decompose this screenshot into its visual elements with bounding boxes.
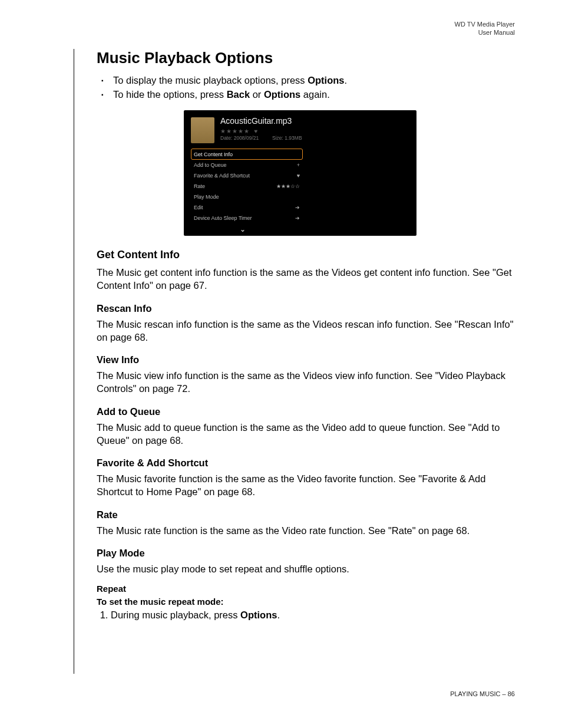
heading-add-to-queue: Add to Queue: [97, 406, 515, 417]
rating-stars: ★★★★★ ♥: [220, 128, 259, 134]
menu-item-sleep-timer[interactable]: Device Auto Sleep Timer ➔: [191, 213, 303, 223]
heading-rate: Rate: [97, 509, 515, 521]
arrow-right-icon: ➔: [295, 205, 300, 210]
intro-bullets: To display the music playback options, p…: [97, 73, 515, 103]
heading-rescan-info: Rescan Info: [97, 303, 515, 314]
body-view-info: The Music view info function is the same…: [97, 369, 515, 396]
page-footer: PLAYING MUSIC – 86: [450, 690, 515, 697]
header-line-1: WD TV Media Player: [47, 20, 515, 28]
page-title: Music Playback Options: [97, 49, 515, 67]
page-header: WD TV Media Player User Manual: [47, 18, 515, 37]
bullet-1: To display the music playback options, p…: [97, 73, 515, 88]
heading-favorite: Favorite & Add Shortcut: [97, 457, 515, 469]
footer-page-number: 86: [508, 690, 515, 697]
bullet-2: To hide the options, press Back or Optio…: [97, 87, 515, 102]
options-menu-screenshot: AcousticGuitar.mp3 ★★★★★ ♥ Date: 2008/09…: [184, 110, 416, 236]
header-line-2: User Manual: [47, 28, 515, 37]
menu-item-edit[interactable]: Edit ➔: [191, 202, 303, 213]
heading-get-content-info: Get Content Info: [97, 249, 515, 261]
repeat-subtitle: To set the music repeat mode:: [97, 596, 515, 608]
body-play-mode: Use the music play mode to set repeat an…: [97, 562, 515, 575]
body-get-content-info: The Music get content info function is t…: [97, 266, 515, 292]
body-favorite: The Music favorite function is the same …: [97, 472, 515, 499]
body-add-to-queue: The Music add to queue function is the s…: [97, 421, 515, 447]
arrow-right-icon: ➔: [295, 215, 300, 221]
file-size: Size: 1.93MB: [272, 135, 302, 141]
chevron-down-icon: ⌄: [240, 225, 246, 233]
plus-icon: +: [297, 162, 300, 168]
stars-icon: ★★★☆☆: [276, 183, 300, 189]
menu-item-play-mode[interactable]: Play Mode: [191, 192, 303, 202]
body-rate: The Music rate function is the same as t…: [97, 524, 515, 537]
file-date: Date: 2008/09/21: [220, 135, 259, 141]
album-art-thumbnail: [191, 117, 214, 143]
heading-repeat: Repeat: [97, 584, 515, 594]
menu-item-favorite[interactable]: Favorite & Add Shortcut ♥: [191, 170, 303, 181]
page: WD TV Media Player User Manual Music Pla…: [0, 0, 562, 728]
repeat-step-1: During music playback, press Options.: [111, 610, 515, 621]
heading-view-info: View Info: [97, 354, 515, 365]
body-rescan-info: The Music rescan info function is the sa…: [97, 318, 515, 344]
menu-item-rate[interactable]: Rate ★★★☆☆: [191, 181, 303, 192]
options-menu: Get Content Info Add to Queue + Favorite…: [191, 149, 303, 223]
heart-icon: ♥: [297, 173, 300, 179]
menu-item-add-to-queue[interactable]: Add to Queue +: [191, 160, 303, 170]
content-column: Music Playback Options To display the mu…: [74, 49, 515, 674]
file-name: AcousticGuitar.mp3: [220, 116, 292, 126]
footer-section: PLAYING MUSIC: [450, 690, 500, 697]
menu-item-get-content-info[interactable]: Get Content Info: [191, 149, 303, 160]
heading-play-mode: Play Mode: [97, 548, 515, 559]
repeat-steps: During music playback, press Options.: [97, 610, 515, 621]
